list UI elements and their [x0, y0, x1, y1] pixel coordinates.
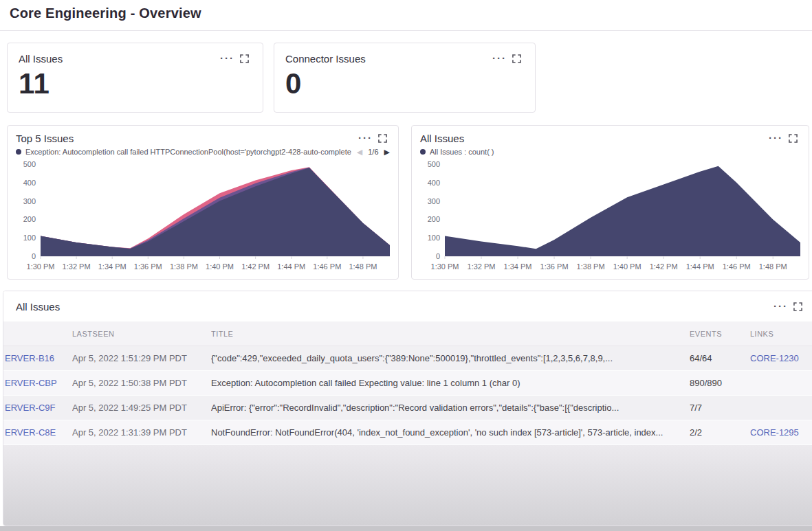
ellipsis-icon: ···: [358, 135, 373, 142]
column-header-lastseen: LASTSEEN: [72, 330, 211, 338]
legend-pager: ◀ 1/6 ▶: [357, 148, 390, 156]
chart-card-title: Top 5 Issues: [16, 133, 74, 144]
table-header-row: LASTSEEN TITLE EVENTS LINKS: [3, 321, 812, 346]
table-row: ERVER-C9F Apr 5, 2022 1:49:25 PM PDT Api…: [3, 396, 812, 420]
issue-short-id-link[interactable]: ERVER-B16: [3, 353, 72, 363]
svg-text:1:30 PM: 1:30 PM: [431, 262, 459, 271]
svg-text:300: 300: [428, 197, 440, 205]
widget-menu-button[interactable]: ···: [355, 133, 375, 144]
widget-expand-button[interactable]: [509, 53, 524, 64]
stat-card-connector-issues: Connector Issues ··· 0: [274, 43, 536, 113]
chart-card-title: All Issues: [420, 133, 464, 144]
svg-text:1:34 PM: 1:34 PM: [504, 262, 532, 271]
legend-dot-icon: [16, 149, 21, 155]
legend-label: Exception: Autocompletion call failed HT…: [25, 148, 351, 156]
chart-card-row: Top 5 Issues ··· Exception: Autocompleti…: [7, 125, 805, 280]
ellipsis-icon: ···: [769, 135, 783, 142]
svg-text:1:30 PM: 1:30 PM: [27, 262, 55, 271]
widget-menu-button[interactable]: ···: [771, 301, 791, 312]
events-cell: 7/7: [690, 403, 750, 413]
svg-text:1:38 PM: 1:38 PM: [170, 262, 198, 271]
table-empty-area: [3, 445, 812, 526]
legend-next-button[interactable]: ▶: [384, 148, 390, 156]
svg-text:1:44 PM: 1:44 PM: [277, 262, 305, 271]
svg-text:1:36 PM: 1:36 PM: [134, 262, 162, 271]
widget-menu-button[interactable]: ···: [490, 53, 509, 64]
events-cell: 64/64: [690, 353, 750, 363]
svg-text:400: 400: [428, 179, 440, 187]
lastseen-cell: Apr 5, 2022 1:50:38 PM PDT: [72, 378, 211, 388]
expand-icon: [789, 134, 798, 143]
widget-menu-button[interactable]: ···: [217, 53, 237, 64]
widget-expand-button[interactable]: [237, 53, 252, 64]
expand-icon: [240, 54, 249, 63]
svg-text:1:46 PM: 1:46 PM: [313, 262, 341, 271]
svg-text:1:44 PM: 1:44 PM: [686, 262, 714, 271]
issue-short-id-link[interactable]: ERVER-C9F: [3, 403, 72, 413]
stat-card-title: Connector Issues: [285, 53, 366, 65]
widget-expand-button[interactable]: [786, 133, 800, 144]
events-cell: 2/2: [690, 427, 750, 438]
chart-legend: All Issues : count( ): [420, 146, 800, 157]
stat-card-row: All Issues ··· 11 Connector Issues ···: [7, 43, 805, 113]
lastseen-cell: Apr 5, 2022 1:31:39 PM PDT: [72, 427, 211, 438]
dashboard-content: All Issues ··· 11 Connector Issues ···: [0, 31, 812, 526]
lastseen-cell: Apr 5, 2022 1:51:29 PM PDT: [72, 353, 211, 363]
issue-title-cell: ApiError: {"error":"RecordInvalid","desc…: [211, 403, 690, 413]
ellipsis-icon: ···: [220, 55, 234, 62]
table-row: ERVER-C8E Apr 5, 2022 1:31:39 PM PDT Not…: [3, 420, 812, 445]
svg-text:1:46 PM: 1:46 PM: [723, 262, 751, 271]
svg-text:100: 100: [428, 234, 440, 242]
issue-short-id-link[interactable]: ERVER-CBP: [3, 378, 72, 388]
svg-text:400: 400: [23, 179, 36, 187]
events-cell: 890/890: [690, 378, 750, 388]
all-issues-area-chart[interactable]: 01002003004005001:30 PM1:32 PM1:34 PM1:3…: [420, 160, 802, 271]
issue-short-id-link[interactable]: ERVER-C8E: [3, 427, 72, 438]
svg-text:1:42 PM: 1:42 PM: [650, 262, 678, 271]
issue-title-cell: Exception: Autocompletion call failed Ex…: [211, 378, 690, 388]
svg-text:100: 100: [23, 234, 36, 242]
svg-text:1:32 PM: 1:32 PM: [468, 262, 496, 271]
page-header: Core Engineering - Overview: [0, 0, 812, 31]
chart-card-top5-issues: Top 5 Issues ··· Exception: Autocompleti…: [7, 125, 399, 280]
legend-page-count: 1/6: [368, 148, 378, 156]
lastseen-cell: Apr 5, 2022 1:49:25 PM PDT: [72, 403, 211, 413]
expand-icon: [512, 54, 521, 63]
linked-ticket-link[interactable]: CORE-1230: [750, 353, 812, 363]
page-title: Core Engineering - Overview: [10, 5, 802, 21]
svg-text:0: 0: [32, 252, 36, 260]
svg-text:1:42 PM: 1:42 PM: [241, 262, 270, 271]
legend-label: All Issues : count( ): [430, 148, 800, 156]
svg-text:1:48 PM: 1:48 PM: [349, 262, 377, 271]
widget-expand-button[interactable]: [791, 301, 805, 312]
expand-icon: [793, 302, 802, 311]
dashboard-page: Core Engineering - Overview All Issues ·…: [0, 0, 812, 526]
linked-ticket-link[interactable]: CORE-1295: [750, 427, 812, 438]
svg-text:1:36 PM: 1:36 PM: [540, 262, 569, 271]
stat-card-title: All Issues: [19, 53, 63, 65]
svg-text:0: 0: [436, 252, 440, 260]
table-row: ERVER-B16 Apr 5, 2022 1:51:29 PM PDT {"c…: [3, 346, 812, 371]
legend-prev-button[interactable]: ◀: [357, 148, 362, 156]
widget-expand-button[interactable]: [375, 133, 390, 144]
stat-value: 0: [285, 67, 524, 100]
chart-card-all-issues: All Issues ··· All Issues : count( ) 010…: [411, 125, 809, 280]
column-header-events: EVENTS: [690, 330, 750, 338]
svg-text:500: 500: [23, 160, 36, 168]
stat-card-all-issues: All Issues ··· 11: [7, 43, 263, 113]
svg-text:200: 200: [23, 215, 36, 223]
table-title: All Issues: [16, 301, 60, 313]
svg-text:1:40 PM: 1:40 PM: [613, 262, 641, 271]
svg-text:500: 500: [428, 160, 440, 168]
table-row: ERVER-CBP Apr 5, 2022 1:50:38 PM PDT Exc…: [3, 371, 812, 396]
svg-text:1:48 PM: 1:48 PM: [759, 262, 787, 271]
svg-text:200: 200: [428, 215, 440, 223]
widget-menu-button[interactable]: ···: [766, 133, 786, 144]
issue-title-cell: NotFoundError: NotFoundError(404, 'index…: [211, 427, 690, 438]
ellipsis-icon: ···: [773, 303, 788, 310]
svg-text:1:32 PM: 1:32 PM: [63, 262, 91, 271]
stat-value: 11: [19, 67, 252, 100]
top5-issues-area-chart[interactable]: 01002003004005001:30 PM1:32 PM1:34 PM1:3…: [16, 160, 391, 271]
svg-text:1:38 PM: 1:38 PM: [577, 262, 605, 271]
svg-text:1:34 PM: 1:34 PM: [98, 262, 127, 271]
